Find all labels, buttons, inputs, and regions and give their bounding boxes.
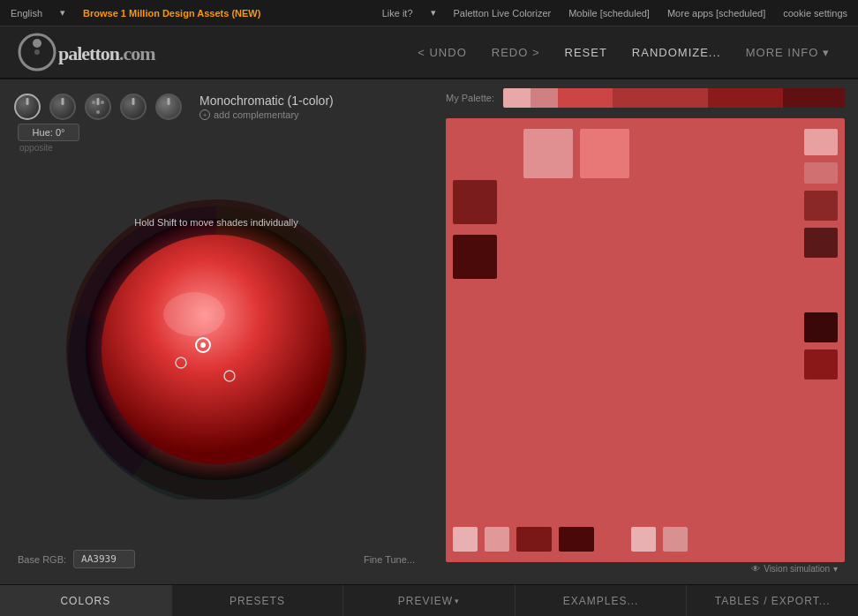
- fine-tune-button[interactable]: Fine Tune...: [364, 554, 415, 565]
- language-selector[interactable]: English: [11, 8, 42, 19]
- hue-control: Hue: 0° opposite: [18, 124, 424, 153]
- add-complementary-button[interactable]: + add complementary: [199, 109, 334, 120]
- svg-point-1: [33, 39, 41, 48]
- base-rgb-label: Base RGB:: [18, 554, 66, 565]
- mode-tetrad[interactable]: [120, 94, 147, 120]
- tab-examples[interactable]: EXAMPLES...: [516, 585, 688, 616]
- right-panel: My Palette:: [433, 79, 858, 584]
- opposite-label: opposite: [19, 143, 424, 153]
- swatch-right-3[interactable]: [804, 191, 838, 221]
- swatch-right-2[interactable]: [804, 162, 838, 184]
- hue-button[interactable]: Hue: 0°: [18, 124, 79, 141]
- swatch-left-1[interactable]: [453, 180, 497, 224]
- color-wheel-container[interactable]: Hold Shift to move shades individually: [9, 156, 424, 543]
- tab-colors[interactable]: COLORS: [0, 585, 172, 616]
- palette-swatch-1: [503, 88, 531, 108]
- palette-swatch-4: [613, 88, 708, 108]
- swatch-right-6[interactable]: [804, 349, 838, 379]
- svg-point-12: [200, 342, 206, 348]
- swatch-right-1[interactable]: [804, 129, 838, 155]
- logo: paletton.com: [18, 33, 407, 71]
- cookie-settings-link[interactable]: cookie settings: [783, 8, 847, 19]
- swatch-top-1[interactable]: [523, 129, 573, 178]
- add-comp-icon: +: [199, 109, 210, 120]
- my-palette-label: My Palette:: [446, 93, 494, 103]
- top-bar: English ▾ Browse 1 Million Design Assets…: [0, 0, 858, 26]
- undo-button[interactable]: < UNDO: [407, 41, 477, 64]
- eye-icon: 👁: [751, 564, 760, 574]
- redo-button[interactable]: REDO >: [481, 41, 551, 64]
- mode-mono[interactable]: [14, 94, 41, 120]
- swatch-left-2[interactable]: [453, 235, 497, 279]
- swatch-right-5[interactable]: [804, 312, 838, 342]
- left-panel: Monochromatic (1-color) + add complement…: [0, 79, 433, 584]
- reset-button[interactable]: RESET: [554, 41, 618, 64]
- my-palette-row: My Palette:: [446, 88, 845, 108]
- more-info-button[interactable]: MORE INFO ▾: [735, 41, 840, 64]
- color-wheel-svg[interactable]: [66, 199, 366, 500]
- mobile-link[interactable]: Mobile [scheduled]: [568, 8, 650, 19]
- mode-row: Monochromatic (1-color) + add complement…: [9, 88, 424, 124]
- mode-name: Monochromatic (1-color): [199, 94, 334, 108]
- base-rgb-input[interactable]: [73, 550, 135, 568]
- tab-presets[interactable]: PRESETS: [172, 585, 344, 616]
- swatch-bottom-6[interactable]: [663, 527, 688, 552]
- svg-point-9: [102, 235, 331, 464]
- vision-sim-arrow: ▾: [833, 564, 838, 574]
- mode-label: Monochromatic (1-color) + add complement…: [199, 94, 334, 120]
- svg-point-10: [163, 292, 225, 336]
- swatch-bottom-1[interactable]: [453, 527, 478, 552]
- tab-preview[interactable]: PREVIEW ▾: [343, 585, 516, 616]
- logo-icon: [18, 33, 56, 71]
- live-colorizer-link[interactable]: Paletton Live Colorizer: [454, 8, 552, 19]
- swatch-bottom-3[interactable]: [516, 527, 552, 552]
- palette-swatch-6: [783, 88, 845, 108]
- mode-free[interactable]: [155, 94, 182, 120]
- swatch-bottom-2[interactable]: [485, 527, 509, 552]
- like-it-link[interactable]: Like it?: [382, 8, 413, 19]
- mode-adjacent[interactable]: [49, 94, 76, 120]
- browse-link[interactable]: Browse 1 Million Design Assets (NEW): [83, 8, 260, 19]
- randomize-button[interactable]: RANDOMIZE...: [621, 41, 732, 64]
- header-nav: < UNDO REDO > RESET RANDOMIZE... MORE IN…: [407, 41, 840, 64]
- swatch-top-2[interactable]: [580, 129, 629, 178]
- palette-swatch-2: [531, 88, 558, 108]
- more-apps-link[interactable]: More apps [scheduled]: [667, 8, 765, 19]
- mode-triad[interactable]: [85, 94, 111, 120]
- base-rgb-row: Base RGB: Fine Tune...: [9, 543, 424, 575]
- color-grid[interactable]: [446, 118, 845, 562]
- color-wheel[interactable]: Hold Shift to move shades individually: [66, 199, 366, 500]
- header: paletton.com < UNDO REDO > RESET RANDOMI…: [0, 26, 858, 79]
- swatch-bottom-4[interactable]: [559, 527, 594, 552]
- mode-icons: [14, 94, 182, 120]
- swatch-bottom-5[interactable]: [631, 527, 656, 552]
- palette-swatch-3: [558, 88, 613, 108]
- main-content: Monochromatic (1-color) + add complement…: [0, 79, 858, 584]
- logo-text: paletton.com: [58, 38, 155, 66]
- swatch-right-4[interactable]: [804, 228, 838, 258]
- vision-sim-label[interactable]: Vision simulation: [764, 564, 830, 574]
- palette-bar: [503, 88, 845, 108]
- svg-point-2: [34, 49, 40, 55]
- bottom-tabs: COLORS PRESETS PREVIEW ▾ EXAMPLES... TAB…: [0, 584, 858, 616]
- tab-tables-export[interactable]: TABLES / EXPORT...: [687, 585, 858, 616]
- vision-sim-bar: 👁 Vision simulation ▾: [446, 562, 845, 575]
- palette-swatch-5: [708, 88, 783, 108]
